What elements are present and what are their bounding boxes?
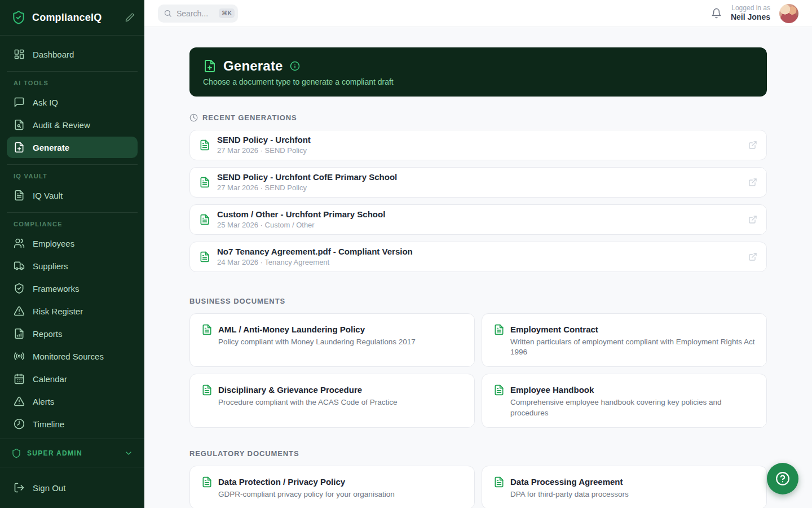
recent-item-title: SEND Policy - Urchfont CofE Primary Scho… — [217, 172, 397, 183]
sidebar-item-label: Monitored Sources — [33, 352, 104, 361]
truck-icon — [14, 260, 25, 271]
divider — [7, 71, 138, 72]
doc-type-title: Employee Handbook — [510, 384, 594, 396]
avatar[interactable] — [779, 4, 798, 23]
sidebar-item-label: Ask IQ — [33, 98, 58, 107]
doc-type-card-data-processing-agreement[interactable]: Data Processing Agreement DPA for third-… — [482, 466, 767, 508]
sidebar: ComplianceIQ Dashboard AI TOOLS Ask IQ — [0, 0, 144, 508]
topbar: Search... ⌘K Logged in as Neil Jones — [144, 0, 812, 27]
help-circle-icon — [775, 471, 790, 486]
doc-type-desc: DPA for third-party data processors — [510, 489, 755, 500]
right-pane: Search... ⌘K Logged in as Neil Jones — [144, 0, 812, 508]
search-shortcut-badge: ⌘K — [219, 8, 235, 18]
section-label-iq-vault: IQ VAULT — [0, 173, 144, 179]
sidebar-item-employees[interactable]: Employees — [7, 233, 138, 254]
alert-triangle-icon — [14, 396, 25, 407]
doc-type-title: Disciplinary & Grievance Procedure — [218, 384, 362, 396]
clock-icon — [14, 418, 25, 430]
sidebar-item-label: Alerts — [33, 397, 54, 406]
recent-generations-header: RECENT GENERATIONS — [189, 113, 767, 122]
doc-type-desc: Comprehensive employee handbook covering… — [510, 397, 755, 418]
sidebar-item-label: Risk Register — [33, 306, 83, 316]
sidebar-item-label: Employees — [33, 239, 74, 248]
generate-banner: Generate Choose a document type to gener… — [189, 47, 767, 97]
search-icon — [164, 9, 172, 17]
logged-in-label: Logged in as — [731, 4, 770, 12]
sidebar-item-risk-register[interactable]: Risk Register — [7, 300, 138, 322]
recent-item[interactable]: No7 Tenancy Agreement.pdf - Compliant Ve… — [189, 242, 767, 272]
doc-type-card-employee-handbook[interactable]: Employee Handbook Comprehensive employee… — [482, 374, 767, 427]
search-input[interactable]: Search... ⌘K — [158, 5, 238, 23]
recent-item[interactable]: Custom / Other - Urchfont Primary School… — [189, 204, 767, 235]
help-button[interactable] — [767, 463, 798, 494]
sidebar-item-calendar[interactable]: Calendar — [7, 368, 138, 389]
recent-item-meta: 27 Mar 2026 · SEND Policy — [217, 146, 311, 156]
signout-area: Sign Out — [0, 467, 144, 508]
sidebar-item-label: Generate — [33, 143, 69, 152]
sidebar-item-frameworks[interactable]: Frameworks — [7, 278, 138, 299]
recent-list: SEND Policy - Urchfont 27 Mar 2026 · SEN… — [189, 130, 767, 272]
logo-row: ComplianceIQ — [0, 0, 144, 36]
file-text-icon — [201, 324, 213, 335]
file-chart-icon — [14, 328, 25, 339]
sidebar-item-suppliers[interactable]: Suppliers — [7, 255, 138, 277]
doc-type-desc: Policy compliant with Money Laundering R… — [218, 337, 463, 347]
edit-pencil-icon[interactable] — [125, 13, 134, 22]
doc-type-card-disciplinary-grievance[interactable]: Disciplinary & Grievance Procedure Proce… — [189, 374, 475, 427]
doc-type-card-employment-contract[interactable]: Employment Contract Written particulars … — [482, 313, 767, 367]
doc-type-title: Data Protection / Privacy Policy — [218, 476, 345, 488]
sidebar-item-reports[interactable]: Reports — [7, 323, 138, 344]
regulatory-documents-grid: Data Protection / Privacy Policy GDPR-co… — [189, 466, 767, 508]
shield-check-icon — [14, 283, 25, 294]
doc-type-desc: Written particulars of employment compli… — [510, 337, 755, 357]
chevron-down-icon — [124, 449, 133, 458]
sign-out-button[interactable]: Sign Out — [7, 477, 138, 498]
sidebar-item-alerts[interactable]: Alerts — [7, 391, 138, 412]
doc-type-title: AML / Anti-Money Laundering Policy — [218, 323, 365, 335]
business-documents-grid: AML / Anti-Money Laundering Policy Polic… — [189, 313, 767, 428]
recent-generations-title: RECENT GENERATIONS — [202, 113, 297, 122]
super-admin-toggle[interactable]: SUPER ADMIN — [0, 439, 144, 467]
external-link-icon[interactable] — [748, 141, 757, 150]
sidebar-item-iq-vault[interactable]: IQ Vault — [7, 185, 138, 206]
external-link-icon[interactable] — [748, 178, 757, 187]
bell-icon[interactable] — [711, 8, 722, 19]
external-link-icon[interactable] — [748, 252, 757, 261]
page-title: Generate — [223, 58, 283, 74]
info-icon[interactable] — [290, 61, 300, 71]
doc-type-desc: GDPR-compliant privacy policy for your o… — [218, 489, 463, 500]
section-label-compliance: COMPLIANCE — [0, 221, 144, 227]
file-text-icon — [493, 324, 505, 335]
sidebar-item-label: Frameworks — [33, 284, 80, 294]
doc-type-title: Data Processing Agreement — [510, 476, 623, 488]
sidebar-item-label: Dashboard — [33, 50, 74, 59]
users-icon — [14, 238, 25, 249]
sidebar-item-audit-review[interactable]: Audit & Review — [7, 114, 138, 135]
calendar-icon — [14, 373, 25, 384]
doc-type-card-aml-policy[interactable]: AML / Anti-Money Laundering Policy Polic… — [189, 313, 475, 367]
regulatory-documents-title: REGULATORY DOCUMENTS — [189, 449, 299, 458]
recent-item[interactable]: SEND Policy - Urchfont CofE Primary Scho… — [189, 167, 767, 198]
divider — [7, 164, 138, 165]
alert-triangle-icon — [14, 305, 25, 317]
sidebar-item-generate[interactable]: Generate — [7, 137, 138, 158]
doc-type-title: Employment Contract — [510, 323, 598, 335]
app-title: ComplianceIQ — [32, 12, 102, 24]
sidebar-item-dashboard[interactable]: Dashboard — [7, 43, 138, 65]
file-text-icon — [201, 476, 213, 488]
sidebar-item-ask-iq[interactable]: Ask IQ — [7, 91, 138, 113]
file-text-icon — [493, 476, 505, 488]
divider — [7, 212, 138, 213]
chat-bubble-icon — [14, 97, 25, 108]
radio-broadcast-icon — [14, 351, 25, 362]
recent-item-title: Custom / Other - Urchfont Primary School — [217, 209, 385, 220]
sidebar-item-monitored-sources[interactable]: Monitored Sources — [7, 345, 138, 367]
recent-item[interactable]: SEND Policy - Urchfont 27 Mar 2026 · SEN… — [189, 130, 767, 160]
shield-check-logo-icon — [11, 10, 26, 25]
sidebar-item-timeline[interactable]: Timeline — [7, 413, 138, 435]
sidebar-item-label: Calendar — [33, 374, 67, 384]
doc-type-card-data-protection[interactable]: Data Protection / Privacy Policy GDPR-co… — [189, 466, 475, 508]
file-plus-icon — [14, 142, 25, 153]
external-link-icon[interactable] — [748, 215, 757, 224]
file-text-icon — [199, 214, 210, 225]
